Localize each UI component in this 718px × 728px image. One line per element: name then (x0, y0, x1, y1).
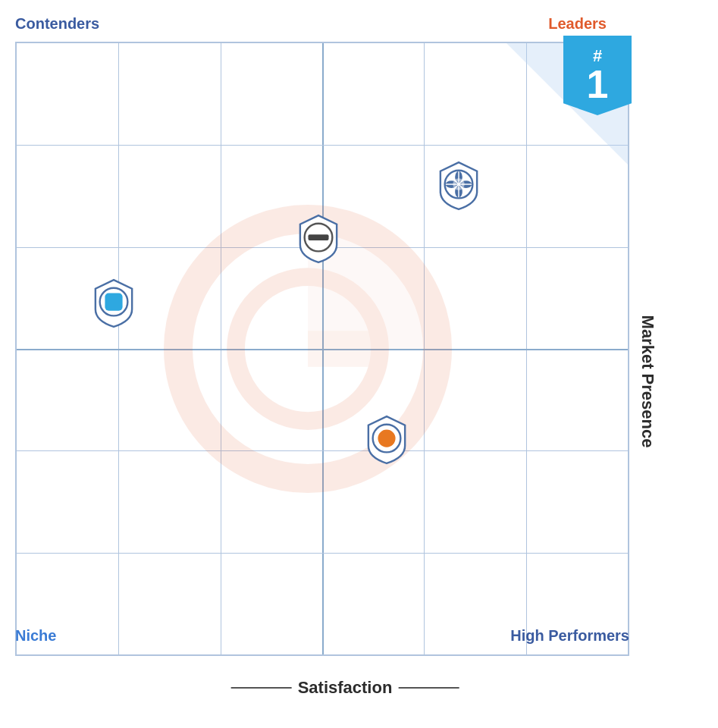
chart-container: Contenders Leaders (15, 15, 675, 698)
label-niche: Niche (15, 627, 56, 645)
product-fan[interactable] (437, 161, 480, 211)
hline-5 (17, 553, 628, 554)
svg-rect-2 (308, 331, 380, 367)
fan-shield-icon (437, 160, 480, 212)
svg-rect-16 (308, 234, 328, 240)
svg-point-20 (378, 429, 395, 447)
badge-number: 1 (587, 64, 609, 104)
satisfaction-line-right (398, 687, 459, 689)
label-contenders: Contenders (15, 15, 99, 33)
satisfaction-text: Satisfaction (298, 678, 393, 698)
svg-rect-18 (105, 293, 122, 310)
rectangle-shield-icon (297, 213, 340, 265)
hline-1 (17, 145, 628, 146)
label-leaders: Leaders (548, 15, 607, 33)
label-satisfaction: Satisfaction (231, 678, 459, 698)
product-orange-circle[interactable] (365, 415, 408, 465)
label-high-performers: High Performers (510, 627, 629, 645)
orange-shield-icon (365, 414, 408, 466)
market-presence-label: Market Presence (638, 315, 658, 448)
satisfaction-line-left (231, 687, 292, 689)
product-rectangle[interactable] (297, 214, 340, 264)
blue-square-shield-icon (92, 278, 135, 329)
badge-number-one: # 1 (563, 36, 632, 115)
product-blue-square[interactable] (92, 278, 135, 328)
grid-area: # 1 (15, 42, 629, 656)
